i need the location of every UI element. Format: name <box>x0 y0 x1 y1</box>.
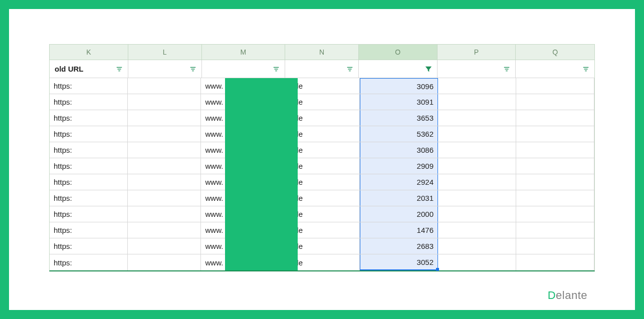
cell-K[interactable]: https: <box>50 254 128 270</box>
cell-N[interactable] <box>286 254 359 270</box>
filter-icon[interactable] <box>273 66 280 73</box>
column-header-L[interactable]: L <box>128 45 202 60</box>
cell-Q[interactable] <box>516 110 594 126</box>
cell-M[interactable]: www.le <box>201 206 286 222</box>
column-header-P[interactable]: P <box>438 45 516 60</box>
cell-P[interactable] <box>438 94 516 110</box>
cell-N[interactable] <box>286 222 359 238</box>
cell-K[interactable]: https: <box>50 222 128 238</box>
cell-M[interactable]: www.le <box>201 222 286 238</box>
cell-Q[interactable] <box>516 94 594 110</box>
cell-K[interactable]: https: <box>50 190 128 206</box>
cell-N[interactable] <box>286 110 359 126</box>
cell-M[interactable]: www.le <box>201 174 286 190</box>
cell-O[interactable]: 2000 <box>360 206 438 222</box>
filter-icon[interactable] <box>503 66 510 73</box>
cell-O[interactable]: 2031 <box>360 190 438 206</box>
cell-N[interactable] <box>286 238 359 254</box>
cell-K[interactable]: https: <box>50 174 128 190</box>
cell-L[interactable] <box>128 174 201 190</box>
cell-N[interactable] <box>286 142 359 158</box>
cell-M[interactable]: www.le <box>201 238 286 254</box>
cell-P[interactable] <box>438 206 516 222</box>
cell-L[interactable] <box>128 110 201 126</box>
cell-K[interactable]: https: <box>50 126 128 142</box>
filter-cell-L[interactable] <box>128 60 202 78</box>
cell-N[interactable] <box>286 78 359 94</box>
filter-icon[interactable] <box>189 66 196 73</box>
cell-K[interactable]: https: <box>50 238 128 254</box>
filter-cell-Q[interactable] <box>516 60 594 78</box>
cell-Q[interactable] <box>516 126 594 142</box>
cell-P[interactable] <box>438 110 516 126</box>
cell-M[interactable]: www.le <box>201 94 286 110</box>
cell-L[interactable] <box>128 94 201 110</box>
cell-O[interactable]: 5362 <box>360 126 438 142</box>
filter-cell-K[interactable]: old URL <box>50 60 128 78</box>
cell-K[interactable]: https: <box>50 142 128 158</box>
cell-M[interactable]: www.le <box>201 110 286 126</box>
cell-K[interactable]: https: <box>50 78 128 94</box>
cell-O[interactable]: 3091 <box>360 94 438 110</box>
cell-O[interactable]: 3653 <box>360 110 438 126</box>
cell-L[interactable] <box>128 206 201 222</box>
cell-P[interactable] <box>438 174 516 190</box>
cell-Q[interactable] <box>516 78 594 94</box>
cell-O[interactable]: 3086 <box>360 142 438 158</box>
cell-M[interactable]: www.le <box>201 254 286 270</box>
cell-O[interactable]: 3052 <box>360 254 438 270</box>
cell-L[interactable] <box>128 254 201 270</box>
cell-Q[interactable] <box>516 174 594 190</box>
cell-L[interactable] <box>128 158 201 174</box>
column-header-K[interactable]: K <box>50 45 128 60</box>
cell-Q[interactable] <box>516 222 594 238</box>
cell-N[interactable] <box>286 174 359 190</box>
cell-P[interactable] <box>438 254 516 270</box>
column-header-O[interactable]: O <box>359 45 438 60</box>
cell-K[interactable]: https: <box>50 206 128 222</box>
column-header-M[interactable]: M <box>202 45 285 60</box>
cell-O[interactable]: 2683 <box>360 238 438 254</box>
cell-N[interactable] <box>286 206 359 222</box>
cell-M[interactable]: www.le <box>201 78 286 94</box>
funnel-icon[interactable] <box>425 66 432 73</box>
cell-L[interactable] <box>128 190 201 206</box>
cell-P[interactable] <box>438 238 516 254</box>
filter-cell-P[interactable] <box>438 60 516 78</box>
cell-N[interactable] <box>286 126 359 142</box>
cell-P[interactable] <box>438 190 516 206</box>
filter-icon[interactable] <box>346 66 353 73</box>
column-header-N[interactable]: N <box>285 45 359 60</box>
cell-M[interactable]: www.le <box>201 190 286 206</box>
cell-Q[interactable] <box>516 142 594 158</box>
cell-Q[interactable] <box>516 190 594 206</box>
filter-icon[interactable] <box>116 66 123 73</box>
filter-cell-N[interactable] <box>285 60 359 78</box>
spreadsheet[interactable]: KLMNOPQ old URL https:www.le3096https:ww… <box>49 44 595 271</box>
column-header-Q[interactable]: Q <box>516 45 594 60</box>
cell-K[interactable]: https: <box>50 110 128 126</box>
filter-cell-O[interactable] <box>359 60 438 78</box>
filter-cell-M[interactable] <box>202 60 285 78</box>
cell-N[interactable] <box>286 190 359 206</box>
cell-Q[interactable] <box>516 206 594 222</box>
cell-P[interactable] <box>438 78 516 94</box>
filter-icon[interactable] <box>582 66 589 73</box>
cell-L[interactable] <box>128 78 201 94</box>
cell-L[interactable] <box>128 238 201 254</box>
cell-P[interactable] <box>438 222 516 238</box>
cell-N[interactable] <box>286 94 359 110</box>
cell-O[interactable]: 2909 <box>360 158 438 174</box>
cell-Q[interactable] <box>516 254 594 270</box>
cell-O[interactable]: 2924 <box>360 174 438 190</box>
cell-K[interactable]: https: <box>50 158 128 174</box>
cell-M[interactable]: www.le <box>201 142 286 158</box>
cell-Q[interactable] <box>516 238 594 254</box>
cell-Q[interactable] <box>516 158 594 174</box>
cell-L[interactable] <box>128 126 201 142</box>
cell-P[interactable] <box>438 142 516 158</box>
cell-O[interactable]: 3096 <box>360 78 438 94</box>
cell-L[interactable] <box>128 142 201 158</box>
cell-N[interactable] <box>286 158 359 174</box>
cell-K[interactable]: https: <box>50 94 128 110</box>
